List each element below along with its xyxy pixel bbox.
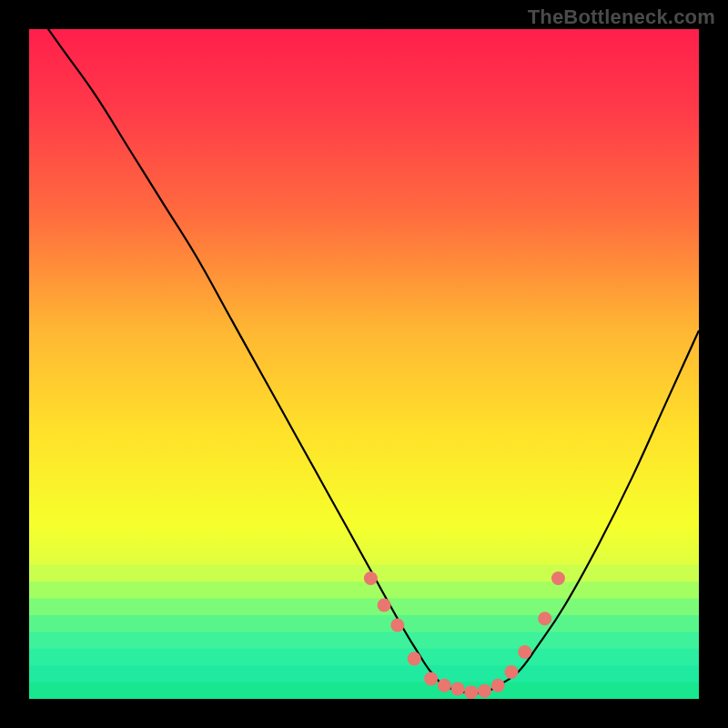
bottom-band [29,581,699,599]
data-marker [491,679,505,693]
bottom-band [29,682,699,699]
plot-area [29,29,699,699]
data-marker [438,679,451,693]
data-marker [424,672,438,685]
bottleneck-chart [29,29,699,699]
data-marker [408,652,421,665]
data-marker [504,665,518,679]
data-marker [538,612,551,625]
data-marker [451,682,465,695]
chart-frame: TheBottleneck.com [0,0,728,728]
bottom-band [29,649,699,666]
bottom-band [29,665,699,682]
bottom-band [29,632,699,649]
bottom-green-bands [29,565,699,699]
watermark-text: TheBottleneck.com [528,5,715,29]
bottom-band [29,599,699,616]
bottom-band [29,615,699,632]
data-marker [390,619,404,632]
data-marker [518,645,531,659]
data-marker [551,571,565,585]
data-marker [478,684,491,698]
data-marker [378,598,391,612]
data-marker [364,571,378,585]
data-marker [464,685,478,699]
